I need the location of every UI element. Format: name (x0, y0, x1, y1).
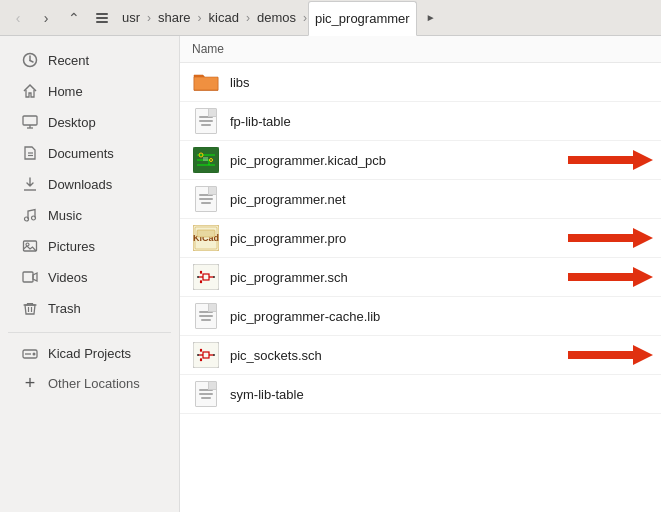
desktop-icon (20, 112, 40, 132)
text-file-icon-net (192, 185, 220, 213)
svg-rect-0 (96, 13, 108, 15)
sidebar-item-recent[interactable]: Recent (4, 45, 175, 75)
svg-point-56 (197, 354, 199, 356)
sch-file-icon (192, 263, 220, 291)
arrow-sch (563, 263, 653, 291)
other-locations-button[interactable]: + Other Locations (4, 369, 175, 397)
svg-line-5 (30, 61, 33, 63)
text-file-icon-lib (192, 302, 220, 330)
sidebar-home-label: Home (48, 84, 83, 99)
svg-marker-36 (568, 228, 653, 248)
breadcrumb-more-button[interactable]: ► (417, 4, 445, 32)
svg-rect-16 (23, 272, 33, 282)
file-name-net: pic_programmer.net (230, 192, 649, 207)
sidebar-item-kicad-projects[interactable]: Kicad Projects (4, 338, 175, 368)
svg-point-46 (213, 276, 215, 278)
breadcrumb-demos[interactable]: demos (251, 0, 302, 35)
file-column-header: Name (180, 36, 661, 63)
svg-rect-6 (23, 116, 37, 125)
svg-rect-1 (96, 17, 108, 19)
file-name-libs: libs (230, 75, 649, 90)
arrow-sockets-sch (563, 341, 653, 369)
sidebar-trash-label: Trash (48, 301, 81, 316)
sidebar-item-home[interactable]: Home (4, 76, 175, 106)
breadcrumb-pic-programmer[interactable]: pic_programmer (308, 1, 417, 36)
sidebar-pictures-label: Pictures (48, 239, 95, 254)
svg-point-13 (32, 216, 36, 220)
videos-icon (20, 267, 40, 287)
sidebar-videos-label: Videos (48, 270, 88, 285)
sidebar: Recent Home Desktop Documents Downloads (0, 36, 180, 512)
sch-file-icon-sockets (192, 341, 220, 369)
sidebar-documents-label: Documents (48, 146, 114, 161)
folder-icon (192, 68, 220, 96)
svg-rect-2 (96, 21, 108, 23)
sidebar-item-videos[interactable]: Videos (4, 262, 175, 292)
file-item-sch[interactable]: pic_programmer.sch (180, 258, 661, 297)
svg-point-54 (200, 349, 202, 351)
svg-rect-35 (197, 230, 215, 237)
trash-icon (20, 298, 40, 318)
svg-point-15 (26, 243, 29, 246)
file-item-fp-lib-table[interactable]: fp-lib-table (180, 102, 661, 141)
arrow-pro (563, 224, 653, 252)
location-toggle-button[interactable] (88, 4, 116, 32)
svg-point-55 (200, 359, 202, 361)
other-locations-label: Other Locations (48, 376, 140, 391)
sidebar-item-trash[interactable]: Trash (4, 293, 175, 323)
text-file-icon-sym (192, 380, 220, 408)
sidebar-music-label: Music (48, 208, 82, 223)
svg-marker-58 (568, 345, 653, 365)
top-bar: ‹ › ⌃ usr › share › kicad › demos › pic_… (0, 0, 661, 36)
file-item-sym-lib-table[interactable]: sym-lib-table (180, 375, 661, 414)
breadcrumb: usr › share › kicad › demos › pic_progra… (116, 0, 657, 35)
forward-button[interactable]: › (32, 4, 60, 32)
file-item-libs[interactable]: libs (180, 63, 661, 102)
sidebar-item-downloads[interactable]: Downloads (4, 169, 175, 199)
back-button[interactable]: ‹ (4, 4, 32, 32)
sidebar-item-desktop[interactable]: Desktop (4, 107, 175, 137)
file-area: Name libs fp-lib-table (180, 36, 661, 512)
file-name-cache-lib: pic_programmer-cache.lib (230, 309, 649, 324)
sidebar-item-music[interactable]: Music (4, 200, 175, 230)
svg-point-44 (200, 281, 202, 283)
clock-icon (20, 50, 40, 70)
file-item-cache-lib[interactable]: pic_programmer-cache.lib (180, 297, 661, 336)
pro-file-icon: KiCad (192, 224, 220, 252)
text-file-icon (192, 107, 220, 135)
drive-icon (20, 343, 40, 363)
svg-rect-48 (193, 342, 219, 368)
svg-rect-37 (193, 264, 219, 290)
file-item-sockets-sch[interactable]: pic_sockets.sch (180, 336, 661, 375)
breadcrumb-kicad[interactable]: kicad (203, 0, 245, 35)
sidebar-kicad-projects-label: Kicad Projects (48, 346, 131, 361)
sidebar-desktop-label: Desktop (48, 115, 96, 130)
downloads-icon (20, 174, 40, 194)
parent-button[interactable]: ⌃ (60, 4, 88, 32)
sidebar-item-pictures[interactable]: Pictures (4, 231, 175, 261)
documents-icon (20, 143, 40, 163)
file-item-net[interactable]: pic_programmer.net (180, 180, 661, 219)
file-name-sym-lib-table: sym-lib-table (230, 387, 649, 402)
pcb-file-icon (192, 146, 220, 174)
name-column-label: Name (192, 42, 224, 56)
file-item-pro[interactable]: KiCad pic_programmer.pro (180, 219, 661, 258)
home-icon (20, 81, 40, 101)
main-container: Recent Home Desktop Documents Downloads (0, 36, 661, 512)
svg-point-21 (33, 353, 36, 356)
arrow-kicad-pcb (563, 146, 653, 174)
sidebar-downloads-label: Downloads (48, 177, 112, 192)
svg-point-45 (197, 276, 199, 278)
svg-marker-31 (568, 150, 653, 170)
svg-point-57 (213, 354, 215, 356)
file-item-kicad-pcb[interactable]: pic_programmer.kicad_pcb (180, 141, 661, 180)
file-name-fp-lib-table: fp-lib-table (230, 114, 649, 129)
breadcrumb-usr[interactable]: usr (116, 0, 146, 35)
sidebar-item-documents[interactable]: Documents (4, 138, 175, 168)
pictures-icon (20, 236, 40, 256)
add-icon: + (20, 373, 40, 393)
svg-rect-30 (203, 157, 208, 161)
sidebar-recent-label: Recent (48, 53, 89, 68)
music-icon (20, 205, 40, 225)
breadcrumb-share[interactable]: share (152, 0, 197, 35)
